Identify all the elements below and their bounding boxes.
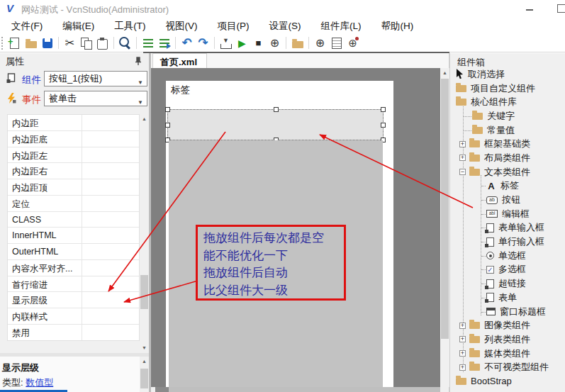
canvas-vertical-scrollbar[interactable]: ▲ <box>440 68 449 387</box>
tree-item[interactable]: 列表类组件 <box>450 332 565 347</box>
tree-item[interactable]: 单选框 <box>450 249 565 263</box>
menu-item[interactable]: 编辑(E) <box>52 18 104 34</box>
scroll-up-icon[interactable]: ▲ <box>140 357 149 366</box>
tree-item[interactable]: 单行输入框 <box>450 235 565 249</box>
format-indent-icon[interactable] <box>157 36 172 50</box>
scrollbar-thumb[interactable] <box>140 275 148 309</box>
expander-icon[interactable] <box>459 350 466 357</box>
tree-item[interactable]: 文本类组件 <box>450 165 565 179</box>
property-value[interactable] <box>82 163 139 179</box>
menu-item[interactable]: 帮助(H) <box>371 18 424 34</box>
property-value[interactable] <box>82 292 139 308</box>
tree-item[interactable]: 框架基础类 <box>450 137 565 151</box>
tab-home-xml[interactable]: 首页.xml <box>152 53 207 68</box>
browser-globe-icon[interactable] <box>313 36 328 50</box>
property-value[interactable] <box>82 228 139 243</box>
site-preview-icon[interactable] <box>345 36 360 50</box>
menu-item[interactable]: 工具(T) <box>104 18 155 34</box>
new-file-icon[interactable] <box>7 36 22 50</box>
selection-handle[interactable] <box>165 123 170 128</box>
event-dropdown[interactable]: 被单击 <box>44 91 147 106</box>
selection-handle[interactable] <box>381 107 386 112</box>
project-folder-icon[interactable] <box>290 36 305 50</box>
tree-item[interactable]: 关键字 <box>450 109 565 123</box>
search-icon[interactable] <box>118 36 133 50</box>
run-icon[interactable] <box>235 36 250 50</box>
tree-item[interactable]: 超链接 <box>450 276 565 291</box>
property-row[interactable]: 首行缩进 <box>8 276 139 293</box>
expander-icon[interactable] <box>459 141 466 147</box>
toolbar-grip[interactable] <box>1 37 4 50</box>
property-row[interactable]: 显示层级 <box>8 292 139 308</box>
page-view-icon[interactable] <box>329 36 344 50</box>
expander-icon[interactable] <box>459 155 466 161</box>
publish-globe-icon[interactable] <box>267 36 282 50</box>
menu-item[interactable]: 项目(P) <box>208 18 259 34</box>
property-row[interactable]: 内边距左 <box>8 147 139 164</box>
selection-handle[interactable] <box>381 123 386 128</box>
tree-item[interactable]: 取消选择 <box>450 67 565 82</box>
property-value[interactable] <box>82 260 139 276</box>
scroll-up-icon[interactable]: ▲ <box>440 68 449 77</box>
property-value[interactable] <box>82 131 139 147</box>
copy-icon[interactable] <box>79 36 94 50</box>
property-row[interactable]: 内联样式 <box>8 308 139 325</box>
minimize-icon[interactable] <box>526 9 533 11</box>
property-value[interactable] <box>82 147 139 163</box>
pin-icon[interactable] <box>135 56 142 69</box>
tree-item[interactable]: 不可视类型组件 <box>450 360 565 374</box>
expander-icon[interactable] <box>459 336 466 342</box>
tree-item[interactable]: 按钮 <box>450 193 565 207</box>
undo-icon[interactable] <box>179 36 194 50</box>
property-type-link[interactable]: 数值型 <box>26 377 53 388</box>
selected-component[interactable] <box>167 109 384 140</box>
property-value[interactable] <box>82 244 139 259</box>
canvas-horizontal-scrollbar[interactable] <box>151 387 440 392</box>
open-folder-icon[interactable] <box>23 36 38 50</box>
property-value[interactable] <box>82 308 139 324</box>
canvas-label-component[interactable]: 标签 <box>171 84 190 96</box>
align-lines-icon[interactable] <box>140 36 155 50</box>
property-value[interactable] <box>82 196 139 211</box>
property-row[interactable]: InnerHTML <box>8 228 139 244</box>
paste-icon[interactable] <box>95 36 110 50</box>
property-row[interactable]: OuterHTML <box>8 244 139 260</box>
expander-icon[interactable] <box>459 169 466 175</box>
property-value[interactable] <box>82 276 139 292</box>
property-row[interactable]: CLASS <box>8 212 139 228</box>
tree-item[interactable]: 表单 <box>450 291 565 305</box>
selection-handle[interactable] <box>165 107 170 112</box>
property-row[interactable]: 内容水平对齐... <box>8 260 139 276</box>
property-value[interactable] <box>82 325 139 340</box>
property-row[interactable]: 禁用 <box>8 325 139 341</box>
tree-item[interactable]: 窗口标题框 <box>450 305 565 319</box>
tree-item[interactable]: 媒体类组件 <box>450 347 565 361</box>
stop-icon[interactable] <box>251 36 266 50</box>
scroll-up-icon[interactable]: ▲ <box>140 114 149 123</box>
tree-item[interactable]: 项目自定义组件 <box>450 82 565 96</box>
property-value[interactable] <box>82 179 139 195</box>
tree-item[interactable]: 常量值 <box>450 123 565 138</box>
expander-icon[interactable] <box>459 364 466 371</box>
scrollbar-thumb[interactable] <box>155 387 169 392</box>
property-value[interactable] <box>82 212 139 228</box>
property-row[interactable]: 内边距 <box>8 115 139 131</box>
property-row[interactable]: 内边距右 <box>8 163 139 179</box>
expander-icon[interactable] <box>459 323 466 329</box>
scrollbar-thumb[interactable] <box>140 369 148 388</box>
save-icon[interactable] <box>40 36 55 50</box>
deploy-icon[interactable] <box>218 36 233 50</box>
tree-item[interactable]: 布局类组件 <box>450 151 565 165</box>
description-scrollbar[interactable]: ▲ <box>140 357 149 392</box>
property-row[interactable]: 定位 <box>8 196 139 212</box>
scrollbar-thumb[interactable] <box>441 79 449 339</box>
design-canvas[interactable]: 标签 拖放组件后每次都是空能不能优化一下拖放组件后自动比父组件大一级 ▲ <box>151 68 449 392</box>
component-dropdown[interactable]: 按钮_1(按钮) <box>44 71 147 86</box>
tree-item[interactable]: 编辑框 <box>450 207 565 221</box>
property-row[interactable]: 内边距底 <box>8 131 139 147</box>
redo-icon[interactable] <box>196 36 211 50</box>
property-row[interactable]: 内边距顶 <box>8 179 139 196</box>
tree-item[interactable]: BootStrap <box>450 374 565 388</box>
tree-item[interactable]: 表单输入框 <box>450 221 565 235</box>
property-value[interactable] <box>82 115 139 130</box>
